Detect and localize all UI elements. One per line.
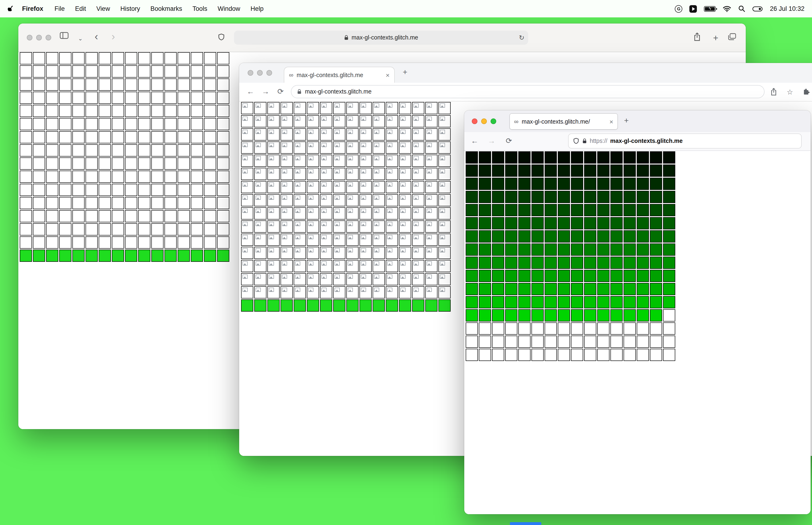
broken-image-icon xyxy=(374,156,379,160)
canvas-cell xyxy=(86,105,98,117)
privacy-shield-icon[interactable] xyxy=(218,33,225,41)
broken-image-icon xyxy=(243,130,248,134)
reload-icon[interactable]: ↻ xyxy=(519,34,524,41)
sidebar-icon[interactable] xyxy=(60,32,68,39)
menu-help[interactable]: Help xyxy=(250,5,264,12)
broken-image-icon xyxy=(308,169,313,174)
back-button[interactable]: ← xyxy=(469,135,480,147)
canvas-cell xyxy=(466,335,478,348)
canvas-cell xyxy=(624,151,636,164)
battery-icon[interactable]: ϟ xyxy=(704,6,716,12)
menu-bar-clock[interactable]: 26 Jul 10:32 xyxy=(770,5,805,12)
back-button[interactable]: ‹ xyxy=(91,31,102,42)
menu-history[interactable]: History xyxy=(120,5,140,12)
canvas-cell xyxy=(307,128,319,140)
forward-button[interactable]: → xyxy=(486,135,497,147)
address-bar[interactable]: max-gl-contexts.glitch.me ↻ xyxy=(234,31,528,45)
tab-overview-icon[interactable] xyxy=(728,33,736,41)
canvas-cell xyxy=(399,181,411,193)
broken-image-icon xyxy=(387,103,393,108)
broken-image-icon xyxy=(387,130,393,134)
canvas-cell xyxy=(307,168,319,180)
back-button[interactable]: ← xyxy=(245,86,256,97)
extensions-puzzle-icon[interactable] xyxy=(800,86,812,97)
grammarly-icon[interactable]: G xyxy=(675,5,683,13)
bookmark-star-icon[interactable]: ☆ xyxy=(784,86,796,97)
active-app-name[interactable]: Firefox xyxy=(22,5,43,12)
minimize-window-button[interactable] xyxy=(481,118,487,124)
broken-image-icon xyxy=(282,196,287,200)
menu-view[interactable]: View xyxy=(96,5,110,12)
canvas-cell xyxy=(584,165,596,177)
chevron-down-icon[interactable]: ⌄ xyxy=(75,33,86,44)
tab-close-icon[interactable]: × xyxy=(386,71,389,79)
share-icon[interactable] xyxy=(768,86,779,97)
canvas-cell xyxy=(532,191,544,203)
canvas-cell xyxy=(359,247,372,259)
canvas-cell xyxy=(241,286,253,298)
new-tab-button[interactable]: + xyxy=(624,116,629,125)
close-window-button[interactable] xyxy=(27,35,32,41)
canvas-cell xyxy=(165,170,177,183)
canvas-cell xyxy=(399,194,411,206)
wifi-icon[interactable] xyxy=(723,5,731,12)
broken-image-icon xyxy=(282,222,287,226)
zoom-window-button[interactable] xyxy=(46,35,51,41)
canvas-cell xyxy=(125,52,137,64)
new-tab-button[interactable]: + xyxy=(403,68,408,77)
zoom-window-button[interactable] xyxy=(491,118,496,124)
minimize-window-button[interactable] xyxy=(36,35,42,41)
now-playing-icon[interactable] xyxy=(690,5,697,13)
broken-image-icon xyxy=(374,103,379,108)
broken-image-icon xyxy=(321,169,326,174)
apple-menu-icon[interactable] xyxy=(7,5,15,12)
broken-image-icon xyxy=(361,156,366,160)
canvas-cell xyxy=(20,65,32,77)
canvas-cell xyxy=(59,118,72,130)
canvas-cell xyxy=(112,250,124,262)
address-bar[interactable]: https://max-gl-contexts.glitch.me xyxy=(569,134,801,148)
reload-button[interactable]: ⟳ xyxy=(503,135,515,147)
canvas-cell xyxy=(217,92,229,104)
forward-button[interactable]: › xyxy=(108,31,119,42)
canvas-cell xyxy=(637,309,649,321)
menu-tools[interactable]: Tools xyxy=(193,5,207,12)
canvas-cell xyxy=(399,286,411,298)
search-icon[interactable] xyxy=(738,5,746,12)
browser-tab[interactable]: ∞ max-gl-contexts.glitch.me × xyxy=(284,67,395,83)
canvas-cell xyxy=(663,322,675,335)
canvas-cell xyxy=(99,92,111,104)
broken-image-icon xyxy=(308,288,313,292)
canvas-cell xyxy=(637,191,649,203)
canvas-cell xyxy=(386,128,398,140)
control-center-icon[interactable] xyxy=(753,6,763,12)
menu-edit[interactable]: Edit xyxy=(75,5,86,12)
canvas-cell xyxy=(610,349,623,361)
broken-image-icon xyxy=(308,117,313,121)
new-tab-button[interactable]: + xyxy=(710,32,721,43)
broken-image-icon xyxy=(269,248,274,252)
menu-file[interactable]: File xyxy=(55,5,65,12)
broken-image-icon xyxy=(321,196,326,200)
minimize-window-button[interactable] xyxy=(257,70,263,76)
broken-image-icon xyxy=(361,169,366,174)
close-window-button[interactable] xyxy=(248,70,253,76)
reload-button[interactable]: ⟳ xyxy=(275,86,286,97)
share-icon[interactable] xyxy=(693,32,701,41)
canvas-cell xyxy=(138,52,150,64)
tab-close-icon[interactable]: × xyxy=(610,118,613,125)
broken-image-icon xyxy=(374,288,379,292)
forward-button[interactable]: → xyxy=(260,86,271,97)
address-bar[interactable]: max-gl-contexts.glitch.me xyxy=(291,85,765,98)
broken-image-icon xyxy=(295,130,300,134)
zoom-window-button[interactable] xyxy=(266,70,272,76)
close-window-button[interactable] xyxy=(472,118,477,124)
canvas-cell xyxy=(571,178,583,190)
browser-tab[interactable]: ∞ max-gl-contexts.glitch.me/ × xyxy=(510,114,617,129)
canvas-cell xyxy=(386,247,398,259)
canvas-cell xyxy=(558,217,570,229)
canvas-cell xyxy=(86,92,98,104)
menu-window[interactable]: Window xyxy=(218,5,240,12)
menu-bookmarks[interactable]: Bookmarks xyxy=(150,5,182,12)
broken-image-icon xyxy=(361,248,366,252)
